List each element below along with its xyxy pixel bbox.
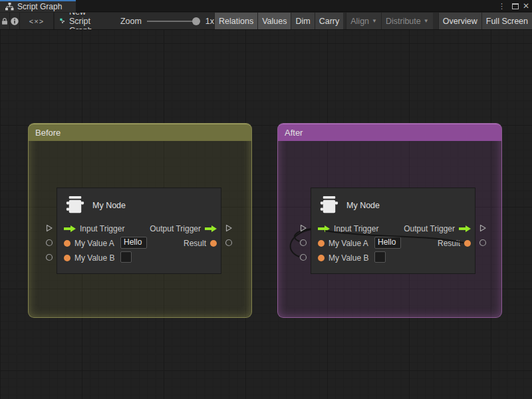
distribute-dropdown[interactable]: Distribute ▼ xyxy=(381,13,433,29)
tab-bar: Script Graph ⋮ ✕ xyxy=(0,0,532,12)
port-label: My Value B xyxy=(329,253,368,263)
dim-button[interactable]: Dim xyxy=(291,13,314,29)
toolbar: <×> New Script Graph Zoom 1x Relations V… xyxy=(0,13,532,30)
full-screen-button[interactable]: Full Screen xyxy=(481,13,532,29)
value-port-icon[interactable] xyxy=(210,240,217,247)
group-after-label: After xyxy=(285,128,303,138)
group-after-header[interactable]: After xyxy=(278,124,501,141)
group-before-header[interactable]: Before xyxy=(29,124,251,141)
value-port-icon[interactable] xyxy=(464,240,471,247)
value-a-input[interactable]: Hello xyxy=(120,237,147,249)
code-icon: <×> xyxy=(29,17,44,25)
overview-button[interactable]: Overview xyxy=(438,13,481,29)
toolbar-buttons: Relations Values Dim Carry Align ▼ Distr… xyxy=(214,13,532,29)
maximize-icon[interactable] xyxy=(512,0,519,12)
values-button[interactable]: Values xyxy=(257,13,291,29)
value-port-icon[interactable] xyxy=(318,240,325,247)
zoom-slider[interactable] xyxy=(147,13,200,30)
trigger-in-icon[interactable] xyxy=(318,225,330,232)
new-script-graph-button[interactable]: New Script Graph xyxy=(54,13,111,29)
group-before-label: Before xyxy=(35,128,61,138)
port-label: Output Trigger xyxy=(150,224,201,233)
outer-trigger-port[interactable] xyxy=(479,224,487,232)
outer-trigger-port[interactable] xyxy=(225,224,233,232)
code-preview-button[interactable]: <×> xyxy=(20,13,54,29)
trigger-in-icon[interactable] xyxy=(64,225,76,232)
new-graph-icon xyxy=(60,16,65,26)
port-label: My Value B xyxy=(74,253,114,263)
graph-canvas[interactable]: Before After My Node xyxy=(0,30,532,399)
trigger-out-icon[interactable] xyxy=(459,225,471,232)
script-graph-window: Script Graph ⋮ ✕ <×> xyxy=(0,0,532,399)
outer-trigger-port[interactable] xyxy=(45,224,53,232)
value-b-input[interactable] xyxy=(374,251,386,263)
window-menu-icon[interactable]: ⋮ xyxy=(498,0,505,12)
chevron-down-icon: ▼ xyxy=(372,18,377,24)
new-graph-label: New Script Graph xyxy=(69,13,104,30)
outer-value-port[interactable] xyxy=(299,253,307,261)
outer-trigger-port[interactable] xyxy=(299,224,307,232)
port-label: My Value A xyxy=(329,239,368,248)
tab-script-graph[interactable]: Script Graph xyxy=(0,0,76,12)
unit-node-icon xyxy=(64,194,86,216)
outer-value-port[interactable] xyxy=(45,253,53,261)
node-my-node-before[interactable]: My Node Input Trigger Output Trigger xyxy=(57,188,221,274)
port-label: Input Trigger xyxy=(334,224,378,233)
info-button[interactable] xyxy=(10,13,20,29)
port-label: Input Trigger xyxy=(80,224,124,233)
zoom-slider-handle[interactable] xyxy=(192,17,200,25)
port-label: Result xyxy=(184,239,206,248)
outer-value-port[interactable] xyxy=(299,239,307,247)
value-port-icon[interactable] xyxy=(318,255,325,261)
relations-button[interactable]: Relations xyxy=(214,13,257,29)
zoom-label: Zoom xyxy=(120,17,142,26)
value-b-input[interactable] xyxy=(120,251,132,263)
value-a-input[interactable]: Hello xyxy=(374,237,401,249)
lock-button[interactable] xyxy=(0,13,10,29)
lock-icon xyxy=(0,17,9,26)
port-label: My Value A xyxy=(74,239,114,248)
port-label: Result xyxy=(438,239,460,248)
graph-tab-icon xyxy=(5,3,14,11)
port-label: Output Trigger xyxy=(404,224,455,233)
trigger-out-icon[interactable] xyxy=(205,225,217,232)
outer-value-port[interactable] xyxy=(45,239,53,247)
close-icon[interactable]: ✕ xyxy=(523,0,529,12)
carry-button[interactable]: Carry xyxy=(315,13,344,29)
align-dropdown[interactable]: Align ▼ xyxy=(346,13,381,29)
outer-value-port[interactable] xyxy=(479,239,487,247)
node-my-node-after[interactable]: My Node Input Trigger Output Trigger xyxy=(311,188,475,274)
info-icon xyxy=(10,17,19,26)
value-port-icon[interactable] xyxy=(64,255,70,261)
node-title: My Node xyxy=(346,201,380,210)
outer-value-port[interactable] xyxy=(225,239,233,247)
node-title: My Node xyxy=(92,201,126,210)
zoom-level: 1x xyxy=(205,17,214,26)
unit-node-icon xyxy=(318,194,340,216)
chevron-down-icon: ▼ xyxy=(424,18,429,24)
tab-label: Script Graph xyxy=(17,2,62,11)
value-port-icon[interactable] xyxy=(64,240,70,247)
zoom-control: Zoom 1x xyxy=(120,13,214,29)
